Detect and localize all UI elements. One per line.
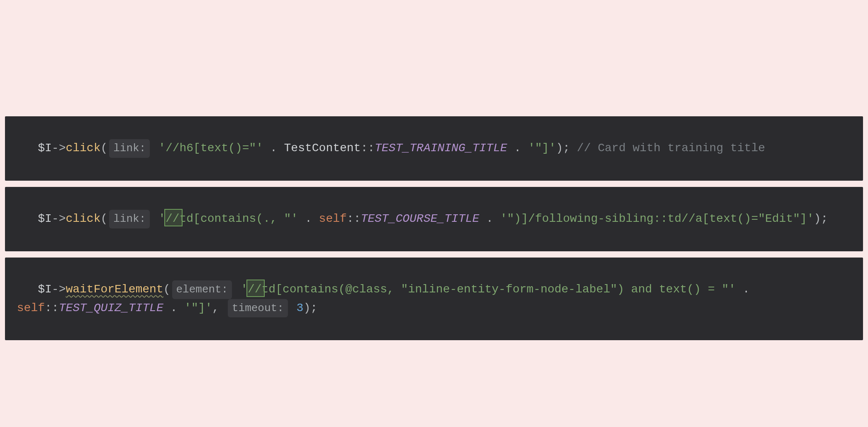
token-concat: . xyxy=(163,302,184,314)
token-scope: :: xyxy=(45,302,59,314)
token-arrow: -> xyxy=(52,283,66,296)
highlight-overlay: '//td[contains(@class, "inline-entity-fo… xyxy=(241,280,736,298)
token-concat: . xyxy=(736,283,756,296)
token-function: click xyxy=(66,212,100,225)
token-end: ); xyxy=(814,212,828,225)
token-constant: TEST_TRAINING_TITLE xyxy=(375,142,507,155)
token-paren-open: ( xyxy=(100,212,107,225)
token-comma: , xyxy=(212,302,226,314)
token-scope: :: xyxy=(347,212,361,225)
token-arrow: -> xyxy=(52,212,66,225)
token-string: '"]' xyxy=(528,142,556,155)
token-concat: . xyxy=(298,212,319,225)
code-snippet-3: $I->waitForElement(element: '//td[contai… xyxy=(5,258,863,340)
param-hint-element: element: xyxy=(172,280,232,299)
token-indent xyxy=(10,302,17,314)
token-string: '//h6[text()="' xyxy=(158,142,263,155)
token-number: 3 xyxy=(297,302,304,314)
token-end: ); xyxy=(556,142,570,155)
token-keyword-self: self xyxy=(17,302,45,314)
token-concat: . xyxy=(507,142,528,155)
token-comment: // Card with training title xyxy=(570,142,765,155)
param-hint-link: link: xyxy=(109,139,150,157)
token-class: TestContent xyxy=(284,142,361,155)
code-snippet-2: $I->click(link: '//td[contains(., "' . s… xyxy=(5,187,863,251)
token-variable: $I xyxy=(38,142,52,155)
token-function-warning: waitForElement xyxy=(66,283,163,296)
token-paren-open: ( xyxy=(163,283,171,296)
token-variable: $I xyxy=(38,212,52,225)
token-constant: TEST_COURSE_TITLE xyxy=(361,212,479,225)
param-hint-timeout: timeout: xyxy=(228,299,288,317)
token-paren-open: ( xyxy=(100,142,107,155)
highlight-overlay: '//td[contains(., "' xyxy=(158,210,298,228)
token-end: ); xyxy=(303,302,317,314)
token-string: '//td[contains(@class, "inline-entity-fo… xyxy=(241,283,736,296)
code-snippet-1: $I->click(link: '//h6[text()="' . TestCo… xyxy=(5,116,863,181)
token-keyword-self: self xyxy=(319,212,347,225)
token-string: '"]' xyxy=(184,302,212,314)
token-concat: . xyxy=(263,142,284,155)
token-variable: $I xyxy=(38,283,52,296)
token-string: '")]/following-sibling::td//a[text()="Ed… xyxy=(500,212,814,225)
param-hint-link: link: xyxy=(109,210,150,228)
token-concat: . xyxy=(479,212,500,225)
token-scope: :: xyxy=(361,142,375,155)
token-arrow: -> xyxy=(52,142,66,155)
code-line: $I->click(link: '//h6[text()="' . TestCo… xyxy=(10,121,858,176)
token-constant: TEST_QUIZ_TITLE xyxy=(59,302,163,314)
token-string: '//td[contains(., "' xyxy=(158,212,298,225)
token-function: click xyxy=(66,142,100,155)
code-line: $I->waitForElement(element: '//td[contai… xyxy=(10,263,858,335)
code-line: $I->click(link: '//td[contains(., "' . s… xyxy=(10,192,858,246)
